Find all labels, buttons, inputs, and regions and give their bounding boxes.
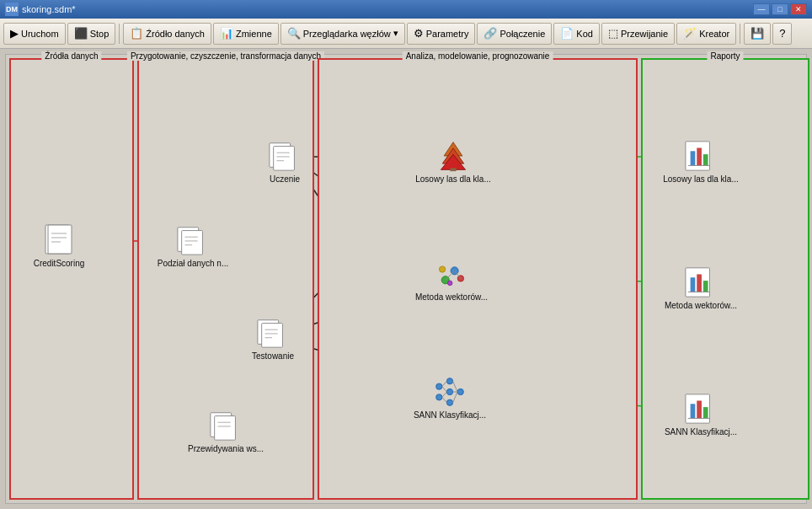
svg-point-54	[446, 388, 452, 394]
svg-line-57	[442, 381, 446, 386]
node-metoda-wektorow[interactable]: Metoda wektorów...	[422, 257, 481, 302]
svg-rect-75	[691, 404, 696, 418]
connect-icon: 🔗	[483, 27, 497, 40]
testowanie-label: Testowanie	[252, 351, 294, 361]
variables-label: Zmienne	[236, 29, 272, 39]
canvas[interactable]: Źródła danych Przygotowanie, czyszczenie…	[5, 54, 807, 504]
node-metoda-report[interactable]: Metoda wektorów...	[671, 265, 730, 310]
title-bar: DM skoring.sdm* — □ ✕	[0, 0, 812, 19]
svg-point-47	[439, 266, 445, 272]
metoda-wektorow-icon	[435, 257, 468, 291]
col1-title: Źródła danych	[41, 51, 101, 61]
svg-point-52	[436, 394, 442, 400]
window-title: skoring.sdm*	[22, 4, 751, 14]
svg-rect-77	[703, 407, 708, 418]
dropdown-arrow: ▾	[393, 28, 398, 39]
losowy-las-report-label: Losowy las dla kla...	[663, 174, 739, 184]
metoda-wektorow-label: Metoda wektorów...	[415, 292, 488, 302]
datasource-icon: 📋	[130, 27, 143, 40]
datasource-button[interactable]: 📋 Źródło danych	[123, 23, 211, 45]
maximize-button[interactable]: □	[772, 3, 788, 15]
uczenie-icon	[268, 139, 302, 173]
svg-point-53	[446, 378, 452, 384]
svg-line-60	[442, 397, 446, 402]
scroll-icon: ⬚	[608, 27, 618, 40]
uczenie-label: Uczenie	[270, 174, 300, 184]
stop-icon: ⬛	[74, 27, 88, 40]
metoda-report-label: Metoda wektorów...	[665, 301, 737, 310]
node-losowy-las[interactable]: Losowy las dla kla...	[424, 139, 483, 184]
node-browser-label: Przeglądarka węzłów	[303, 29, 391, 39]
scroll-button[interactable]: ⬚ Przewijanie	[601, 23, 675, 45]
sann-report-label: SANN Klasyfikacj...	[665, 427, 737, 437]
losowy-las-report-icon	[684, 139, 718, 173]
node-sann[interactable]: SANN Klasyfikacj...	[420, 375, 479, 420]
credit-scoring-label: CreditScoring	[34, 259, 85, 268]
svg-rect-72	[703, 281, 708, 292]
datasource-label: Źródło danych	[146, 29, 205, 39]
stop-label: Stop	[90, 29, 110, 39]
save-icon: 💾	[751, 27, 764, 40]
run-icon: ▶	[10, 27, 19, 40]
parameters-label: Parametry	[426, 29, 469, 39]
stop-button[interactable]: ⬛ Stop	[67, 23, 116, 45]
node-przewidywania[interactable]: Przewidywania ws...	[196, 409, 255, 453]
col1-section: Źródła danych	[9, 58, 134, 500]
scroll-label: Przewijanie	[621, 29, 668, 39]
node-uczenie[interactable]: Uczenie	[255, 139, 314, 184]
connect-label: Połączenie	[499, 29, 545, 39]
node-browser-icon: 🔍	[287, 27, 301, 40]
help-icon: ?	[779, 27, 785, 40]
node-sann-report[interactable]: SANN Klasyfikacj...	[671, 392, 730, 437]
svg-rect-22	[182, 231, 203, 255]
svg-line-63	[453, 392, 457, 403]
col2-title: Przygotowanie, czyszczenie, transformacj…	[127, 51, 324, 61]
node-losowy-las-report[interactable]: Losowy las dla kla...	[671, 139, 730, 184]
svg-line-59	[442, 392, 446, 397]
sann-label: SANN Klasyfikacj...	[414, 410, 486, 420]
separator-1	[119, 24, 120, 44]
minimize-button[interactable]: —	[753, 3, 770, 15]
run-label: Uruchom	[21, 29, 59, 39]
credit-scoring-icon	[42, 223, 76, 257]
col4-title: Raporty	[707, 51, 743, 61]
svg-rect-65	[691, 151, 696, 165]
przewidywania-label: Przewidywania ws...	[188, 444, 264, 453]
node-browser-button[interactable]: 🔍 Przeglądarka węzłów ▾	[280, 23, 405, 45]
separator-2	[740, 24, 740, 44]
svg-rect-70	[691, 277, 696, 292]
creator-icon: 🪄	[683, 27, 697, 40]
svg-rect-17	[48, 225, 72, 254]
help-button[interactable]: ?	[772, 23, 792, 45]
variables-button[interactable]: 📊 Zmienne	[213, 23, 279, 45]
creator-label: Kreator	[699, 29, 729, 39]
connect-button[interactable]: 🔗 Połączenie	[477, 23, 552, 45]
code-button[interactable]: 📄 Kod	[553, 23, 600, 45]
node-podzial[interactable]: Podział danych n...	[163, 223, 222, 268]
code-icon: 📄	[560, 27, 574, 40]
save-button[interactable]: 💾	[744, 23, 771, 45]
col3-title: Analiza, modelowanie, prognozowanie	[403, 51, 553, 61]
podzial-icon	[176, 223, 210, 257]
node-credit-scoring[interactable]: CreditScoring	[29, 223, 88, 268]
svg-point-55	[446, 399, 452, 405]
svg-rect-66	[697, 147, 702, 165]
code-label: Kod	[576, 29, 593, 39]
svg-rect-32	[262, 324, 283, 348]
main-area: Źródła danych Przygotowanie, czyszczenie…	[0, 49, 812, 509]
svg-point-51	[436, 383, 442, 389]
close-button[interactable]: ✕	[790, 3, 807, 15]
app-icon: DM	[5, 3, 19, 16]
przewidywania-icon	[209, 409, 243, 442]
podzial-label: Podział danych n...	[158, 259, 229, 268]
node-testowanie[interactable]: Testowanie	[243, 316, 302, 361]
losowy-las-label: Losowy las dla kla...	[415, 174, 491, 184]
svg-point-56	[457, 388, 463, 394]
svg-rect-27	[274, 147, 295, 171]
svg-rect-37	[215, 416, 236, 441]
creator-button[interactable]: 🪄 Kreator	[676, 23, 736, 45]
parameters-button[interactable]: ⚙ Parametry	[407, 23, 476, 45]
svg-line-58	[442, 387, 446, 392]
run-button[interactable]: ▶ Uruchom	[3, 23, 66, 45]
svg-line-49	[446, 271, 455, 280]
